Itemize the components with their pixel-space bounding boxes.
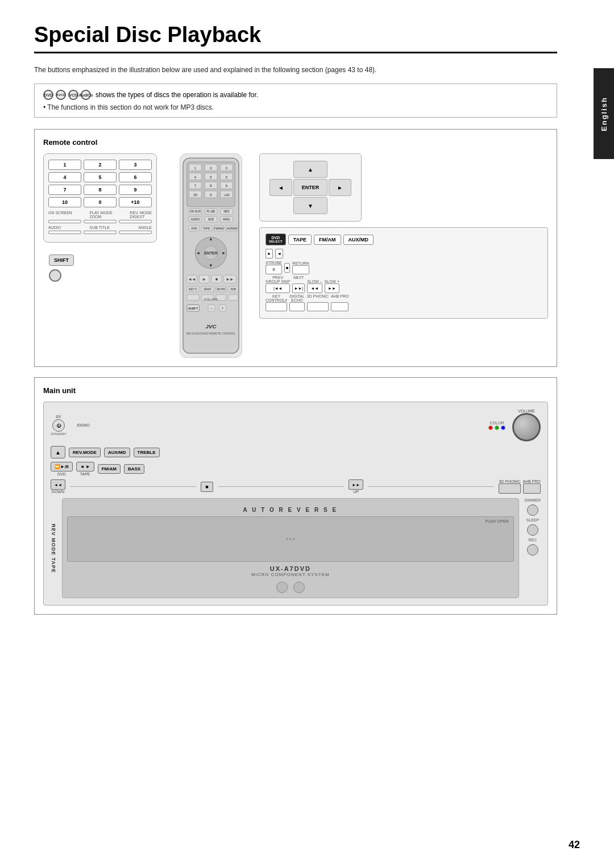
- auto-reverse-text: A U T O R E V E R S E: [67, 507, 514, 513]
- btn-4[interactable]: 4: [48, 172, 81, 182]
- on-screen-label: ON SCREEN: [48, 211, 72, 219]
- rew-btn[interactable]: [51, 479, 65, 490]
- enter-btn[interactable]: ENTER: [293, 179, 327, 196]
- stop-btn[interactable]: [201, 482, 213, 492]
- svg-text:AHB: AHB: [230, 288, 236, 291]
- model-sub: MICRO COMPONENT SYSTEM: [67, 572, 514, 577]
- slow-minus-btn[interactable]: [307, 283, 322, 293]
- play-mode-btn[interactable]: [84, 220, 117, 223]
- aux-md-btn[interactable]: AUX/MD: [343, 235, 374, 245]
- svg-text:9: 9: [226, 184, 227, 187]
- rec-label: REC: [528, 538, 537, 542]
- dvd-select-btn[interactable]: DVD SELECT: [265, 233, 286, 245]
- eject-btn[interactable]: ▲: [51, 446, 65, 458]
- tape-btn[interactable]: TAPE: [288, 235, 312, 245]
- prev-btn[interactable]: [265, 283, 290, 293]
- svg-text:FM/AM: FM/AM: [214, 227, 223, 230]
- dvd-area: ⏩►/II DVD: [51, 462, 73, 476]
- btn-5[interactable]: 5: [84, 172, 117, 182]
- bottom-btn-1[interactable]: [276, 582, 288, 593]
- rev-mode-btn[interactable]: REV.MODE: [69, 448, 101, 457]
- on-screen-btn[interactable]: [48, 220, 81, 223]
- btn-3[interactable]: 3: [119, 160, 152, 170]
- btn-1[interactable]: 1: [48, 160, 81, 170]
- dvd-btn[interactable]: ⏩►/II: [51, 462, 73, 471]
- power-btn[interactable]: ⏻: [52, 419, 65, 432]
- shift-knob[interactable]: [49, 269, 61, 282]
- svcd-icon: SVCD: [56, 90, 66, 100]
- vertical-labels: REV MODE TAPE: [51, 524, 56, 573]
- page-title: Special Disc Playback: [34, 23, 557, 47]
- mode-labels-row: ON SCREEN PLAY MODEZOOM REV. MODEDIGEST: [48, 211, 152, 219]
- dimmer-label: DIMMER: [525, 498, 541, 502]
- main-unit-section: Main unit Ø/I ⏻ STANDBY /DEMO COLOR: [34, 377, 557, 615]
- angle-label: ANGLE: [138, 226, 152, 229]
- 3d-phonic-btn[interactable]: [499, 483, 520, 494]
- digital-echo-btn[interactable]: [289, 302, 305, 311]
- audiocd-icon: AudiCo: [81, 90, 91, 100]
- aux-md-btn[interactable]: AUX/MD: [104, 448, 130, 457]
- vcd-icon: VCD: [68, 90, 78, 100]
- fm-am-btn[interactable]: FM/AM: [314, 235, 341, 245]
- ahb-pro-btn[interactable]: [523, 483, 541, 494]
- fm-am-btn[interactable]: FM/AM: [98, 464, 121, 474]
- directional-pad: ENTER: [269, 161, 351, 214]
- tape-rev-btn[interactable]: ◄: [275, 249, 283, 258]
- decorative-dots: [286, 538, 295, 540]
- cd-door[interactable]: PUSH OPEN: [67, 516, 514, 562]
- bass-area: BASS: [124, 464, 144, 474]
- tape-btn[interactable]: ◄ ►: [76, 462, 94, 471]
- btn-9[interactable]: 9: [119, 185, 152, 195]
- svg-text:◄: ◄: [196, 251, 201, 256]
- dpad-up[interactable]: [293, 161, 327, 178]
- rec-btn[interactable]: [527, 544, 538, 556]
- play-btn[interactable]: [265, 249, 273, 258]
- slow-plus-btn[interactable]: [325, 283, 340, 293]
- btn-7[interactable]: 7: [48, 185, 81, 195]
- btn-10[interactable]: 10: [48, 197, 81, 207]
- cd-deck-area: A U T O R E V E R S E PUSH OPEN UX-A7DVD: [62, 498, 519, 598]
- rev-mode-btn[interactable]: [119, 220, 152, 223]
- demo-label: /DEMO: [77, 423, 90, 427]
- title-divider: [34, 52, 557, 53]
- 3d-phonic-btn[interactable]: [307, 302, 329, 311]
- ahb-pro-btn[interactable]: [331, 302, 349, 311]
- color-dots: [488, 425, 505, 430]
- return-btn[interactable]: [292, 265, 309, 274]
- dpad-left[interactable]: [269, 179, 292, 196]
- audio-btn[interactable]: [48, 231, 81, 234]
- svg-text:KEY C: KEY C: [189, 288, 197, 291]
- btn-8[interactable]: 8: [84, 185, 117, 195]
- dimmer-btn[interactable]: [527, 504, 538, 516]
- svg-text:RM-SUXAT00400 REMOTE CONTROL: RM-SUXAT00400 REMOTE CONTROL: [186, 332, 236, 335]
- btn-2[interactable]: 2: [84, 160, 117, 170]
- next-btn[interactable]: [292, 283, 305, 293]
- bass-btn[interactable]: BASS: [124, 464, 144, 474]
- main-unit-illustration: Ø/I ⏻ STANDBY /DEMO COLOR: [43, 402, 548, 606]
- strobe-btn[interactable]: II: [265, 265, 282, 274]
- ff-btn[interactable]: [349, 479, 363, 490]
- svg-text:TAPE: TAPE: [203, 227, 210, 230]
- btn-0[interactable]: 0: [84, 197, 117, 207]
- audio-btn-row: [48, 231, 152, 234]
- sleep-btn[interactable]: [527, 524, 538, 536]
- bottom-btn-2[interactable]: [293, 582, 305, 593]
- angle-btn[interactable]: [119, 231, 152, 234]
- treble-btn[interactable]: TREBLE: [134, 448, 160, 457]
- shift-button[interactable]: SHIFT: [49, 254, 74, 266]
- standby-label: STANDBY: [51, 432, 67, 436]
- svg-text:10: 10: [193, 193, 197, 197]
- btn-plus10[interactable]: +10: [119, 197, 152, 207]
- dpad-down[interactable]: [293, 197, 327, 214]
- volume-knob[interactable]: [512, 413, 541, 441]
- dpad-right[interactable]: [329, 179, 351, 196]
- subtitle-btn[interactable]: [84, 231, 117, 234]
- btn-6[interactable]: 6: [119, 172, 152, 182]
- key-control-btn[interactable]: [265, 302, 287, 311]
- blue-dot: [501, 425, 505, 430]
- power-label: Ø/I: [56, 415, 61, 419]
- svg-text:▲: ▲: [209, 236, 213, 241]
- color-label: COLOR: [490, 421, 504, 425]
- subtitle-label: SUB TITLE: [90, 226, 110, 229]
- stop-btn[interactable]: [284, 263, 291, 273]
